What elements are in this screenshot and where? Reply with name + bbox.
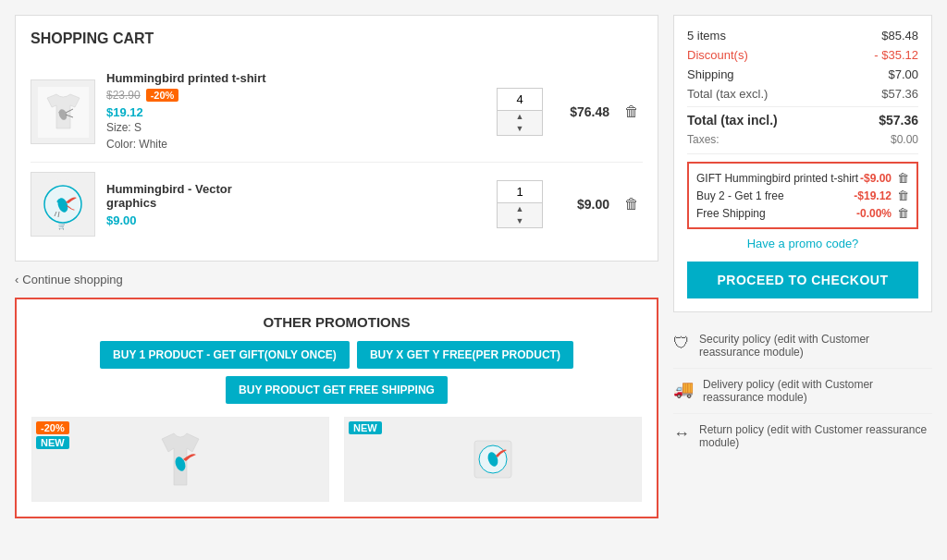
right-panel: 5 items $85.48 Discount(s) - $35.12 Ship… (673, 15, 932, 518)
promo-applied-1: GIFT Hummingbird printed t-shirt -$9.00 … (696, 171, 909, 185)
reassurance-delivery: 🚚 Delivery policy (edit with Customer re… (673, 369, 932, 414)
promo-product-1-badges: -20% NEW (36, 421, 69, 449)
promo-delete-3[interactable]: 🗑 (897, 206, 909, 220)
order-summary: 5 items $85.48 Discount(s) - $35.12 Ship… (673, 15, 932, 312)
summary-shipping-row: Shipping $7.00 (687, 67, 918, 81)
summary-total-incl-row: Total (tax incl.) $57.36 (687, 106, 918, 128)
qty-down-1[interactable]: ▼ (498, 123, 542, 135)
promo-delete-2[interactable]: 🗑 (897, 189, 909, 202)
shipping-value: $7.00 (888, 67, 918, 81)
reassurance-security: 🛡 Security policy (edit with Customer re… (673, 323, 932, 369)
item-details-1: Hummingbird printed t-shirt $23.90 -20% … (106, 71, 486, 152)
total-excl-label: Total (tax excl.) (687, 87, 768, 101)
item-image-1 (31, 79, 95, 144)
taxes-value: $0.00 (891, 133, 918, 146)
item-meta-1: Size: SColor: White (106, 119, 486, 152)
truck-icon: 🚚 (673, 379, 694, 399)
badge-discount-1: -20% (36, 421, 69, 434)
shield-icon: 🛡 (673, 334, 690, 353)
total-excl-value: $57.36 (881, 87, 918, 101)
item-name-2: Hummingbird - Vectorgraphics (106, 182, 486, 210)
summary-total-excl-row: Total (tax excl.) $57.36 (687, 87, 918, 101)
chevron-left-icon: ‹ (15, 273, 18, 286)
delete-item-2[interactable]: 🗑 (621, 192, 643, 216)
promo-applied-value-2: -$19.12 (854, 189, 892, 202)
sale-price-2: $9.00 (106, 213, 486, 227)
discount-badge-1: -20% (146, 89, 179, 102)
discount-value: - $35.12 (874, 48, 918, 62)
promo-product-2-image (345, 418, 641, 501)
item-name-1: Hummingbird printed t-shirt (106, 71, 486, 85)
taxes-label: Taxes: (687, 133, 719, 146)
promo-btn-buy-get[interactable]: BUY X GET Y FREE(PER PRODUCT) (357, 341, 573, 369)
promo-applied-3: Free Shipping -0.00% 🗑 (696, 206, 909, 220)
badge-new-2: NEW (349, 421, 382, 434)
cart-item: Hummingbird printed t-shirt $23.90 -20% … (31, 62, 643, 163)
promo-applied-name-3: Free Shipping (696, 207, 856, 220)
promotions-applied-box: GIFT Hummingbird printed t-shirt -$9.00 … (687, 162, 918, 229)
promo-applied-name-1: GIFT Hummingbird printed t-shirt (696, 172, 860, 185)
shopping-cart-section: SHOPPING CART Hummingb (15, 15, 658, 262)
original-price-1: $23.90 (106, 89, 141, 102)
promo-applied-value-1: -$9.00 (860, 172, 892, 185)
item-details-2: Hummingbird - Vectorgraphics $9.00 (106, 182, 486, 227)
checkout-button[interactable]: PROCEED TO CHECKOUT (687, 262, 918, 298)
promo-applied-name-2: Buy 2 - Get 1 free (696, 189, 854, 202)
summary-taxes-row: Taxes: $0.00 (687, 133, 918, 154)
promo-product-1: -20% NEW (31, 417, 329, 502)
delivery-text: Delivery policy (edit with Customer reas… (703, 378, 932, 404)
delete-item-1[interactable]: 🗑 (621, 100, 643, 124)
cart-item-2: 🛒 Hummingbird - Vectorgraphics $9.00 ▲ ▼… (31, 163, 643, 246)
items-price: $85.48 (881, 29, 918, 43)
other-promotions-section: OTHER PROMOTIONS BUY 1 PRODUCT - GET GIF… (15, 298, 658, 518)
sale-price-1: $19.12 (106, 105, 486, 119)
return-text: Return policy (edit with Customer reassu… (699, 423, 932, 449)
item-image-2: 🛒 (31, 172, 95, 237)
promo-delete-1[interactable]: 🗑 (897, 171, 909, 185)
quantity-control-1[interactable]: ▲ ▼ (497, 88, 543, 136)
svg-text:🛒: 🛒 (58, 222, 67, 230)
promo-applied-value-3: -0.00% (856, 207, 892, 220)
promo-product-2-badges: NEW (349, 421, 382, 434)
summary-items-row: 5 items $85.48 (687, 29, 918, 43)
reassurance-return: ↔ Return policy (edit with Customer reas… (673, 414, 932, 458)
quantity-input-2[interactable] (498, 181, 542, 203)
cart-title: SHOPPING CART (31, 30, 643, 47)
item-total-1: $76.48 (554, 104, 609, 119)
total-incl-label: Total (tax incl.) (687, 113, 778, 128)
qty-up-1[interactable]: ▲ (498, 111, 542, 123)
promo-products-list: -20% NEW NEW (31, 417, 642, 502)
promo-product-1-image (32, 418, 328, 501)
security-text: Security policy (edit with Customer reas… (699, 333, 932, 359)
reassurance-section: 🛡 Security policy (edit with Customer re… (673, 323, 932, 458)
continue-shopping-label: Continue shopping (22, 273, 122, 286)
total-incl-value: $57.36 (879, 113, 918, 128)
return-icon: ↔ (673, 424, 690, 444)
discount-label: Discount(s) (687, 48, 748, 62)
promo-btn-gift[interactable]: BUY 1 PRODUCT - GET GIFT(ONLY ONCE) (100, 341, 350, 369)
quantity-control-2[interactable]: ▲ ▼ (497, 180, 543, 228)
promo-buttons-container: BUY 1 PRODUCT - GET GIFT(ONLY ONCE) BUY … (31, 341, 642, 404)
promo-product-2: NEW (344, 417, 642, 502)
price-row-1: $23.90 -20% (106, 89, 486, 102)
promo-code-link[interactable]: Have a promo code? (687, 237, 918, 250)
quantity-input-1[interactable] (498, 89, 542, 111)
promotions-title: OTHER PROMOTIONS (31, 314, 642, 330)
item-total-2: $9.00 (554, 197, 609, 212)
summary-discount-row: Discount(s) - $35.12 (687, 48, 918, 62)
shipping-label: Shipping (687, 67, 734, 81)
qty-up-2[interactable]: ▲ (498, 203, 542, 215)
qty-down-2[interactable]: ▼ (498, 215, 542, 227)
promo-btn-free-shipping[interactable]: BUY PRODUCT GET FREE SHIPPING (226, 376, 448, 404)
continue-shopping-link[interactable]: ‹ Continue shopping (15, 273, 658, 286)
items-count: 5 items (687, 29, 726, 43)
promo-applied-2: Buy 2 - Get 1 free -$19.12 🗑 (696, 189, 909, 202)
badge-new-1: NEW (36, 436, 69, 449)
